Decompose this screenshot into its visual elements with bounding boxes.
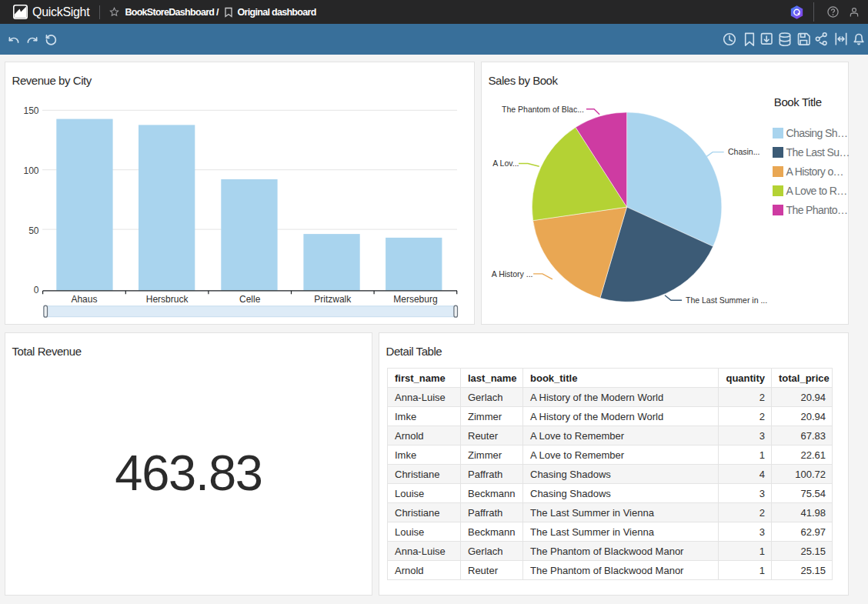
svg-text:0: 0 — [34, 285, 39, 295]
svg-text:Celle: Celle — [239, 294, 261, 305]
svg-text:A History ...: A History ... — [492, 269, 533, 279]
svg-text:Hersbruck: Hersbruck — [146, 294, 189, 305]
svg-text:The Phantom of Blac...: The Phantom of Blac... — [502, 105, 584, 114]
svg-text:A Lov...: A Lov... — [492, 159, 519, 168]
svg-text:150: 150 — [23, 105, 38, 116]
svg-text:50: 50 — [28, 225, 39, 236]
svg-text:Chasin...: Chasin... — [728, 147, 760, 156]
svg-text:Pritzwalk: Pritzwalk — [314, 294, 352, 305]
svg-text:Ahaus: Ahaus — [71, 294, 97, 305]
svg-text:Merseburg: Merseburg — [393, 294, 437, 305]
svg-text:The Last Summer in ...: The Last Summer in ... — [686, 295, 767, 305]
svg-text:100: 100 — [23, 165, 38, 176]
